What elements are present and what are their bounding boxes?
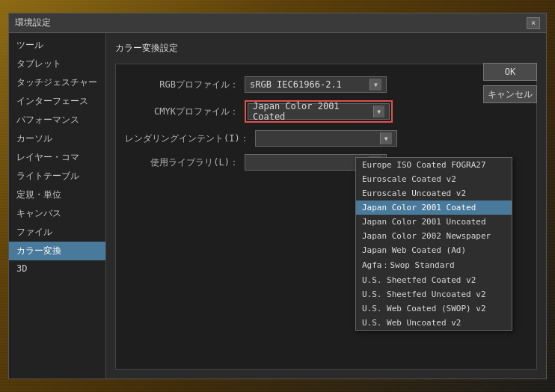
sidebar-item-ruler[interactable]: 定規・単位 — [9, 186, 105, 204]
button-area: OK キャンセル — [483, 63, 537, 103]
cmyk-row: CMYKプロファイル： Japan Color 2001 Coated ▼ — [125, 100, 527, 123]
sidebar-item-tablet[interactable]: タブレット — [9, 55, 105, 73]
sidebar-item-lighttable[interactable]: ライトテーブル — [9, 167, 105, 186]
rendering-dropdown-arrow: ▼ — [380, 132, 392, 144]
cancel-button[interactable]: キャンセル — [483, 85, 537, 103]
option-agfa[interactable]: Agfa：Swop Standard — [356, 257, 512, 273]
sidebar-item-canvas[interactable]: キャンバス — [9, 204, 105, 223]
sidebar-item-interface[interactable]: インターフェース — [9, 92, 105, 111]
option-us-sheetfed-coated[interactable]: U.S. Sheetfed Coated v2 — [356, 273, 512, 287]
titlebar: 環境設定 × — [9, 13, 546, 33]
close-button[interactable]: × — [527, 17, 540, 29]
rgb-label: RGBプロファイル： — [125, 79, 245, 91]
sidebar-item-performance[interactable]: パフォーマンス — [9, 111, 105, 129]
option-japan-2001-uncoated[interactable]: Japan Color 2001 Uncoated — [356, 215, 512, 229]
dialog-body: ツール タブレット タッチジェスチャー インターフェース パフォーマンス カーソ… — [9, 33, 546, 379]
sidebar-item-file[interactable]: ファイル — [9, 223, 105, 242]
arrow-down-icon3: ▼ — [384, 135, 388, 142]
rgb-value: sRGB IEC61966-2.1 — [250, 79, 342, 90]
option-fogra27[interactable]: Europe ISO Coated FOGRA27 — [356, 158, 512, 172]
option-euroscale-uncoated[interactable]: Euroscale Uncoated v2 — [356, 186, 512, 200]
arrow-down-icon2: ▼ — [377, 108, 381, 115]
option-us-sheetfed-uncoated[interactable]: U.S. Sheetfed Uncoated v2 — [356, 287, 512, 301]
rgb-control: sRGB IEC61966-2.1 ▼ — [245, 76, 387, 93]
sidebar-item-touch[interactable]: タッチジェスチャー — [9, 73, 105, 92]
rendering-control: ▼ — [255, 130, 397, 147]
option-japan-web[interactable]: Japan Web Coated (Ad) — [356, 243, 512, 257]
rgb-dropdown[interactable]: sRGB IEC61966-2.1 ▼ — [245, 76, 387, 93]
sidebar: ツール タブレット タッチジェスチャー インターフェース パフォーマンス カーソ… — [9, 33, 106, 379]
form-area: RGBプロファイル： sRGB IEC61966-2.1 ▼ CMYKプロファイ… — [115, 64, 537, 370]
rgb-row: RGBプロファイル： sRGB IEC61966-2.1 ▼ — [125, 76, 527, 93]
rendering-dropdown[interactable]: ▼ — [255, 130, 397, 147]
option-euroscale-coated[interactable]: Euroscale Coated v2 — [356, 172, 512, 186]
cmyk-value: Japan Color 2001 Coated — [253, 101, 373, 122]
section-title: カラー変換設定 — [115, 42, 537, 55]
sidebar-item-color[interactable]: カラー変換 — [9, 242, 105, 260]
cmyk-highlight: Japan Color 2001 Coated ▼ — [245, 100, 393, 123]
rendering-label: レンダリングインテント(I)： — [125, 132, 255, 145]
option-us-web-uncoated[interactable]: U.S. Web Uncoated v2 — [356, 316, 512, 330]
dialog-title: 環境設定 — [15, 16, 51, 29]
ok-button[interactable]: OK — [483, 63, 537, 81]
sidebar-item-tool[interactable]: ツール — [9, 36, 105, 55]
main-content: カラー変換設定 RGBプロファイル： sRGB IEC61966-2.1 ▼ — [106, 33, 546, 379]
cmyk-dropdown[interactable]: Japan Color 2001 Coated ▼ — [248, 103, 390, 120]
sidebar-item-cursor[interactable]: カーソル — [9, 129, 105, 148]
option-us-web-coated[interactable]: U.S. Web Coated (SWOP) v2 — [356, 301, 512, 316]
dialog: 環境設定 × ツール タブレット タッチジェスチャー インターフェース パフォー… — [8, 13, 547, 379]
rendering-row: レンダリングインテント(I)： ▼ — [125, 130, 527, 147]
cmyk-dropdown-popup: Europe ISO Coated FOGRA27 Euroscale Coat… — [355, 157, 512, 331]
cmyk-dropdown-arrow: ▼ — [373, 105, 384, 117]
sidebar-item-3d[interactable]: 3D — [9, 260, 105, 277]
sidebar-item-layer[interactable]: レイヤー・コマ — [9, 148, 105, 167]
arrow-down-icon: ▼ — [374, 82, 378, 88]
cmyk-control: Japan Color 2001 Coated ▼ — [245, 100, 393, 123]
rgb-dropdown-arrow: ▼ — [370, 79, 381, 91]
cmyk-label: CMYKプロファイル： — [125, 105, 245, 118]
option-japan-2001-coated[interactable]: Japan Color 2001 Coated — [356, 200, 512, 215]
option-japan-2002-newspaper[interactable]: Japan Color 2002 Newspaper — [356, 229, 512, 243]
library-label: 使用ライブラリ(L)： — [125, 156, 245, 169]
